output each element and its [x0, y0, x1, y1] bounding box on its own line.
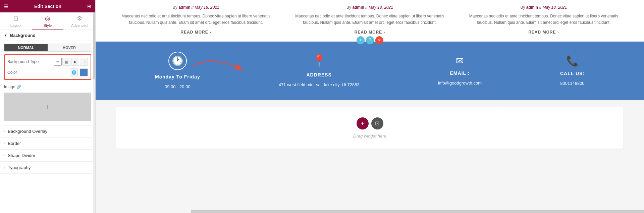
author-3: admin: [526, 5, 538, 10]
drag-hint: Drag widget here: [353, 134, 386, 139]
shape-divider-section[interactable]: › Shape Divider: [0, 150, 95, 162]
tab-layout-label: Layout: [10, 23, 21, 28]
email-label: EMAIL :: [450, 70, 470, 76]
blog-post-1: By admin // May 18, 2021 Maecenas nec od…: [116, 5, 276, 35]
shape-divider-arrow-icon: ›: [4, 154, 5, 157]
type-slideshow-btn[interactable]: ⊞: [80, 58, 88, 66]
hours-icon: 🕐: [168, 52, 187, 70]
advanced-icon: ⚙: [77, 15, 82, 22]
typography-section[interactable]: › Typography: [0, 162, 95, 174]
excerpt-2: Maecenas nec odio et ante tincidunt temp…: [289, 13, 450, 26]
blog-post-2: By admin // May 18, 2021 Maecenas nec od…: [289, 5, 450, 35]
blog-meta-3: By admin // May 18, 2021: [520, 5, 567, 10]
phone-value: 8001148800: [560, 80, 584, 87]
panel-tabs: ⊡ Layout ◎ Style ⚙ Advanced: [0, 12, 95, 30]
type-gradient-btn[interactable]: ▦: [62, 58, 70, 66]
author-2: admin: [352, 5, 364, 10]
color-row: Color 🌐: [7, 68, 88, 76]
contact-section: + ⠿ ✕ 🕐 Monday To Friday 09.00 - 20.00 📍…: [96, 42, 644, 100]
background-arrow-icon: ▼: [4, 34, 7, 37]
bottom-bar: [191, 210, 644, 213]
image-label: Image: [4, 85, 15, 89]
section-move-btn[interactable]: ⠿: [366, 36, 374, 44]
scrollbar[interactable]: [93, 12, 95, 213]
color-global-btn[interactable]: 🌐: [70, 68, 78, 76]
excerpt-3: Maecenas nec odio et ante tincidunt temp…: [464, 13, 624, 26]
author-1: admin: [178, 5, 190, 10]
blog-meta-2: By admin // May 18, 2021: [346, 5, 393, 10]
background-section-header[interactable]: ▼ Background: [0, 30, 95, 41]
panel-title: Edit Section: [34, 4, 61, 9]
tab-advanced[interactable]: ⚙ Advanced: [63, 12, 95, 30]
main-content: By admin // May 18, 2021 Maecenas nec od…: [96, 0, 644, 213]
hamburger-icon[interactable]: ☰: [4, 4, 8, 9]
email-icon: ✉: [456, 55, 464, 66]
section-add-btn[interactable]: +: [357, 36, 365, 44]
address-value: 471 west field mint salt lake city, Ut 7…: [279, 82, 360, 88]
address-label: ADDRESS: [306, 72, 331, 77]
image-link-icon: 🔗: [16, 85, 21, 89]
typography-arrow-icon: ›: [4, 166, 5, 169]
tab-style-label: Style: [44, 23, 52, 28]
style-icon: ◎: [45, 15, 50, 22]
type-video-btn[interactable]: ▶: [71, 58, 79, 66]
widget-drop-area: + ⊡ Drag widget here: [116, 107, 624, 149]
background-type-label: Background Type: [7, 59, 54, 64]
typography-label: Typography: [8, 165, 31, 170]
background-type-icons: ✏ ▦ ▶ ⊞: [54, 58, 88, 66]
background-settings-box: Background Type ✏ ▦ ▶ ⊞ Color 🌐: [4, 54, 91, 80]
background-overlay-section[interactable]: › Background Overlay: [0, 125, 95, 138]
blog-posts-area: By admin // May 18, 2021 Maecenas nec od…: [96, 0, 644, 42]
background-content: NORMAL HOVER Background Type ✏ ▦ ▶ ⊞ Col…: [0, 41, 95, 125]
state-tab-hover[interactable]: HOVER: [48, 44, 91, 51]
tab-layout[interactable]: ⊡ Layout: [0, 12, 32, 30]
tab-style[interactable]: ◎ Style: [32, 12, 64, 30]
read-more-1[interactable]: READ MORE ›: [180, 30, 211, 35]
phone-label: CALL US:: [560, 71, 585, 76]
bg-overlay-arrow-icon: ›: [4, 129, 5, 133]
blog-meta-1: By admin // May 18, 2021: [173, 5, 219, 10]
image-plus-icon: +: [46, 103, 50, 111]
section-close-btn[interactable]: ✕: [375, 36, 383, 44]
color-swatch[interactable]: [80, 68, 88, 76]
border-arrow-icon: ›: [4, 142, 5, 145]
scroll-thumb: [93, 12, 95, 79]
date-3: May 18, 2021: [542, 5, 567, 10]
panel-header: ☰ Edit Section ⊞: [0, 0, 95, 12]
excerpt-1: Maecenas nec odio et ante tincidunt temp…: [116, 13, 276, 26]
background-label: Background: [10, 33, 36, 38]
contact-toolbar: + ⠿ ✕: [357, 36, 383, 44]
image-placeholder[interactable]: +: [4, 93, 91, 121]
border-section[interactable]: › Border: [0, 138, 95, 150]
hours-value: 09.00 - 20.00: [165, 84, 191, 90]
contact-item-address: 📍 ADDRESS 471 west field mint salt lake …: [279, 54, 360, 88]
date-1: May 18, 2021: [195, 5, 219, 10]
widget-copy-btn[interactable]: ⊡: [371, 117, 383, 129]
color-controls: 🌐: [70, 68, 88, 76]
blog-post-3: By admin // May 18, 2021 Maecenas nec od…: [464, 5, 624, 35]
address-icon: 📍: [312, 54, 327, 68]
read-more-3[interactable]: READ MORE ›: [528, 30, 559, 35]
color-label: Color: [7, 70, 70, 75]
state-tab-normal[interactable]: NORMAL: [4, 44, 48, 51]
image-row: Image 🔗: [0, 83, 95, 91]
widget-buttons: + ⊡: [357, 117, 383, 129]
bg-overlay-label: Background Overlay: [8, 129, 47, 134]
left-panel: ☰ Edit Section ⊞ ⊡ Layout ◎ Style ⚙ Adva…: [0, 0, 96, 213]
state-tabs: NORMAL HOVER: [4, 44, 91, 52]
contact-item-hours: 🕐 Monday To Friday 09.00 - 20.00: [155, 52, 200, 90]
type-classic-btn[interactable]: ✏: [54, 58, 62, 66]
widget-add-btn[interactable]: +: [357, 117, 369, 129]
email-value: info@goodgrowth.com: [438, 80, 482, 87]
grid-icon[interactable]: ⊞: [87, 4, 91, 9]
contact-item-email: ✉ EMAIL : info@goodgrowth.com: [438, 55, 482, 87]
phone-icon: 📞: [566, 55, 579, 67]
date-2: May 18, 2021: [369, 5, 393, 10]
background-type-row: Background Type ✏ ▦ ▶ ⊞: [7, 58, 88, 66]
read-more-2[interactable]: READ MORE ›: [355, 30, 385, 35]
border-label: Border: [8, 141, 21, 146]
contact-item-phone: 📞 CALL US: 8001148800: [560, 55, 585, 87]
shape-divider-label: Shape Divider: [8, 153, 35, 158]
layout-icon: ⊡: [13, 15, 18, 22]
hours-label: Monday To Friday: [155, 74, 200, 79]
